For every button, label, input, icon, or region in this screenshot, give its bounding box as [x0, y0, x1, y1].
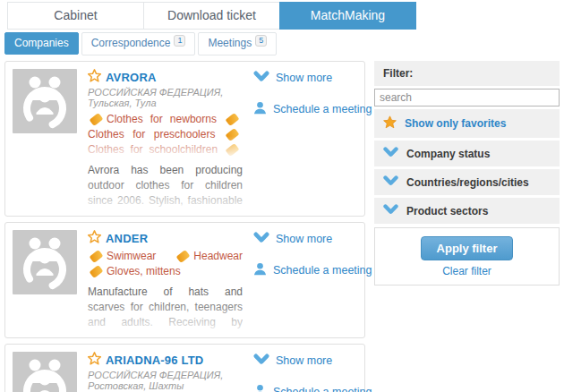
company-location: РОССИЙСКАЯ ФЕДЕРАЦИЯ, Ростовская, Шахты — [88, 370, 243, 391]
show-more-label: Show more — [276, 72, 332, 84]
tab-matchmaking[interactable]: MatchMaking — [279, 2, 416, 30]
star-icon — [383, 115, 397, 132]
product-tag: Clothes for newborns — [88, 113, 217, 125]
tag-icon — [176, 250, 191, 263]
subtab-companies[interactable]: Companies — [4, 32, 79, 55]
schedule-meeting-label: Schedule a meeting — [273, 386, 372, 392]
filter-title-label: Filter: — [383, 67, 413, 80]
company-description: Manufacture of hats and scarves for chil… — [88, 285, 243, 330]
people-group-icon — [13, 352, 77, 392]
apply-filter-button[interactable]: Apply filter — [421, 236, 514, 260]
tag-icon — [226, 128, 240, 141]
company-card: AVRORA РОССИЙСКАЯ ФЕДЕРАЦИЯ, Тульская, Т… — [4, 61, 365, 217]
filter-title: Filter: — [374, 61, 560, 86]
people-group-icon — [13, 69, 77, 133]
show-only-favorites-label: Show only favorites — [405, 117, 506, 130]
tag-icon — [90, 265, 104, 278]
company-description: Avrora has been producing outdoor clothe… — [88, 163, 243, 209]
company-info: ANDER Swimwear Headwear Gloves, mittens … — [88, 230, 243, 330]
show-more-button[interactable]: Show more — [253, 354, 357, 368]
filter-section-label: Countries/regions/cities — [406, 176, 529, 189]
company-name-link[interactable]: AVRORA — [106, 71, 157, 84]
favorite-star-icon[interactable] — [88, 352, 101, 368]
filter-section-company-status[interactable]: Company status — [374, 141, 560, 166]
company-actions: Show more Schedule a meeting — [253, 230, 357, 330]
company-name-link[interactable]: ANDER — [106, 232, 148, 245]
filter-section-label: Product sectors — [406, 205, 488, 217]
favorite-star-icon[interactable] — [88, 230, 101, 246]
filter-actions: Apply filter Clear filter — [374, 227, 560, 285]
company-tags: Swimwear Headwear Gloves, mittens — [88, 249, 243, 279]
product-tag: Swimwear — [88, 250, 156, 262]
company-tags: Clothes for newborns Clothes for prescho… — [88, 112, 243, 158]
show-more-label: Show more — [276, 354, 332, 367]
show-more-button[interactable]: Show more — [253, 71, 357, 85]
company-info: AVRORA РОССИЙСКАЯ ФЕДЕРАЦИЯ, Тульская, Т… — [88, 69, 243, 209]
tag-icon — [90, 113, 104, 126]
company-list: AVRORA РОССИЙСКАЯ ФЕДЕРАЦИЯ, Тульская, Т… — [4, 61, 365, 392]
tab-cabinet[interactable]: Cabinet — [7, 2, 144, 30]
company-card: ARIADNA-96 LTD РОССИЙСКАЯ ФЕДЕРАЦИЯ, Рос… — [4, 344, 365, 392]
chevron-down-icon — [253, 354, 269, 368]
favorite-star-icon[interactable] — [88, 69, 101, 85]
chevron-down-icon — [383, 204, 398, 217]
company-card: ANDER Swimwear Headwear Gloves, mittens … — [4, 222, 365, 338]
show-more-label: Show more — [276, 233, 332, 245]
subtab-meetings-label: Meetings — [208, 37, 252, 49]
chevron-down-icon — [383, 147, 398, 160]
product-tag: Clothes for teenagers — [88, 143, 243, 158]
company-name-link[interactable]: ARIADNA-96 LTD — [106, 354, 203, 367]
filter-section-countries[interactable]: Countries/regions/cities — [374, 169, 560, 195]
correspondence-count-badge: 1 — [174, 35, 185, 47]
company-actions: Show more Schedule a meeting — [253, 352, 357, 392]
sub-tab-bar: Companies Correspondence1 Meetings5 — [4, 32, 564, 55]
schedule-meeting-button[interactable]: Schedule a meeting — [253, 101, 357, 117]
tab-download-ticket[interactable]: Download ticket — [143, 2, 280, 30]
filter-section-label: Company status — [406, 148, 490, 160]
tag-icon — [90, 250, 104, 263]
clear-filter-link[interactable]: Clear filter — [375, 265, 559, 277]
chevron-down-icon — [253, 232, 269, 246]
chevron-down-icon — [253, 71, 269, 85]
chevron-down-icon — [383, 175, 398, 189]
schedule-meeting-button[interactable]: Schedule a meeting — [253, 262, 357, 278]
product-tag: Gloves, mittens — [88, 265, 181, 277]
meetings-count-badge: 5 — [255, 35, 267, 47]
filter-search — [374, 89, 560, 107]
tag-icon — [226, 143, 240, 157]
filter-section-product-sectors[interactable]: Product sectors — [374, 198, 560, 224]
person-icon — [253, 384, 267, 392]
search-input[interactable] — [374, 89, 560, 107]
top-tab-bar: Cabinet Download ticket MatchMaking — [7, 2, 564, 30]
subtab-correspondence-label: Correspondence — [91, 37, 171, 49]
product-tag: Headwear — [175, 250, 243, 262]
person-icon — [253, 262, 267, 278]
schedule-meeting-label: Schedule a meeting — [273, 103, 372, 115]
schedule-meeting-button[interactable]: Schedule a meeting — [253, 384, 357, 392]
subtab-meetings[interactable]: Meetings5 — [198, 32, 277, 55]
company-location: РОССИЙСКАЯ ФЕДЕРАЦИЯ, Тульская, Тула — [88, 87, 243, 108]
tag-icon — [226, 113, 240, 126]
show-more-button[interactable]: Show more — [253, 232, 357, 246]
people-group-icon — [13, 230, 77, 294]
subtab-correspondence[interactable]: Correspondence1 — [81, 32, 196, 55]
company-actions: Show more Schedule a meeting — [253, 69, 357, 209]
main-content: AVRORA РОССИЙСКАЯ ФЕДЕРАЦИЯ, Тульская, Т… — [0, 55, 564, 392]
show-only-favorites-toggle[interactable]: Show only favorites — [374, 109, 560, 138]
filter-panel: Filter: Show only favorites Company stat… — [374, 61, 560, 285]
person-icon — [253, 101, 267, 117]
company-info: ARIADNA-96 LTD РОССИЙСКАЯ ФЕДЕРАЦИЯ, Рос… — [88, 352, 243, 392]
schedule-meeting-label: Schedule a meeting — [273, 264, 372, 277]
